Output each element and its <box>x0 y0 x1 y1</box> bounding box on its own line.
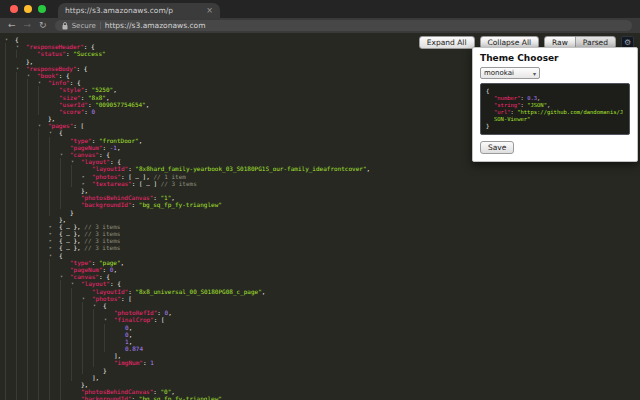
indent-guide <box>27 223 38 230</box>
json-string: "Success" <box>73 50 106 57</box>
json-key: "type" <box>70 137 92 144</box>
indent-guide <box>38 86 49 93</box>
collapse-toggle-icon[interactable]: ▾ <box>60 151 70 158</box>
json-punctuation: : { <box>110 158 121 165</box>
address-bar[interactable]: Secure https://s3.amazonaws.com <box>55 20 632 31</box>
json-line: "score": 0 <box>5 108 370 115</box>
collapse-toggle-icon[interactable]: ▸ <box>82 173 92 180</box>
collapse-toggle-icon[interactable]: ▾ <box>104 316 114 323</box>
collapse-toggle-icon[interactable]: ▸ <box>49 230 59 237</box>
indent-guide <box>60 194 71 201</box>
indent-guide <box>38 180 49 187</box>
indent-guide <box>27 316 38 323</box>
json-punctuation: { <box>15 36 19 43</box>
close-window-button[interactable] <box>10 5 18 13</box>
collapse-toggle-icon[interactable]: ▾ <box>16 65 26 72</box>
collapse-toggle-icon[interactable]: ▾ <box>49 252 59 259</box>
json-key: "info" <box>48 79 70 86</box>
json-punctuation: : <box>143 359 150 366</box>
collapse-toggle-icon[interactable]: ▸ <box>49 237 59 244</box>
indent-guide <box>27 129 38 136</box>
indent-guide <box>82 331 93 338</box>
indent-guide <box>60 295 71 302</box>
json-punctuation: }, <box>59 216 66 223</box>
indent-guide <box>49 144 60 151</box>
collapse-toggle-icon[interactable]: ▾ <box>82 295 92 302</box>
tab-title: https://s3.amazonaws.com/p <box>65 6 201 15</box>
tab-close-icon[interactable]: × <box>206 7 213 15</box>
json-key: "status" <box>37 50 66 57</box>
collapse-toggle-icon[interactable]: ▸ <box>49 223 59 230</box>
collapse-toggle-icon[interactable]: ▾ <box>60 273 70 280</box>
collapse-toggle-icon[interactable]: ▾ <box>38 122 48 129</box>
collapse-toggle-icon[interactable]: ▾ <box>38 79 48 86</box>
indent-guide <box>60 338 71 345</box>
expand-all-button[interactable]: Expand All <box>419 36 475 49</box>
json-comment: // 3 items <box>84 244 120 251</box>
json-key: "score" <box>59 108 84 115</box>
forward-icon[interactable]: → <box>24 21 32 30</box>
indent-guide <box>16 50 27 57</box>
indent-guide <box>5 173 16 180</box>
json-comment: // 1 item <box>153 173 186 180</box>
collapse-toggle-icon[interactable]: ▾ <box>5 36 15 43</box>
collapse-toggle-icon[interactable]: ▾ <box>16 43 26 50</box>
collapse-toggle-icon[interactable]: ▾ <box>93 302 103 309</box>
json-punctuation: }, <box>81 187 88 194</box>
indent-guide <box>71 345 82 352</box>
json-key: "layout" <box>81 280 110 287</box>
browser-tab[interactable]: https://s3.amazonaws.com/p × <box>58 3 220 18</box>
indent-guide <box>5 338 16 345</box>
collapse-toggle-icon[interactable]: ▾ <box>49 129 59 136</box>
preview-line: "number": 0.3, <box>486 95 624 102</box>
indent-guide <box>16 252 27 259</box>
indent-guide <box>5 237 16 244</box>
minimize-window-button[interactable] <box>24 5 32 13</box>
maximize-window-button[interactable] <box>38 5 46 13</box>
json-key: "layout" <box>81 158 110 165</box>
indent-guide <box>49 359 60 366</box>
indent-guide <box>27 165 38 172</box>
arrow-spacer <box>71 201 81 208</box>
json-punctuation: : <box>157 309 164 316</box>
tab-strip: https://s3.amazonaws.com/p × <box>0 0 640 18</box>
indent-guide <box>38 259 49 266</box>
indent-guide <box>5 359 16 366</box>
indent-guide <box>27 288 38 295</box>
arrow-spacer <box>71 388 81 395</box>
theme-select[interactable]: monokai ▾ <box>480 67 540 79</box>
indent-guide <box>93 345 104 352</box>
indent-guide <box>16 345 27 352</box>
collapse-toggle-icon[interactable]: ▸ <box>49 244 59 251</box>
json-punctuation: : <box>81 94 88 101</box>
save-button[interactable]: Save <box>480 141 514 154</box>
indent-guide <box>27 180 38 187</box>
indent-guide <box>38 252 49 259</box>
indent-guide <box>16 302 27 309</box>
arrow-spacer <box>60 209 70 216</box>
indent-guide <box>38 94 49 101</box>
indent-guide <box>82 338 93 345</box>
json-punctuation: , <box>139 137 143 144</box>
theme-preview-box: {"number": 0.3,"string": "JSON","url": "… <box>480 83 630 135</box>
indent-guide <box>5 244 16 251</box>
back-icon[interactable]: ← <box>8 21 16 30</box>
json-string: "8x8" <box>88 94 106 101</box>
indent-guide <box>49 316 60 323</box>
indent-guide <box>60 316 71 323</box>
json-line: }, <box>5 187 370 194</box>
indent-guide <box>60 352 71 359</box>
json-key: "layoutId" <box>92 288 128 295</box>
json-line: }, <box>5 115 370 122</box>
indent-guide <box>49 280 60 287</box>
indent-guide <box>16 388 27 395</box>
indent-guide <box>82 367 93 374</box>
collapse-toggle-icon[interactable]: ▾ <box>27 72 37 79</box>
collapse-toggle-icon[interactable]: ▾ <box>71 280 81 287</box>
reload-icon[interactable]: ↻ <box>39 21 47 30</box>
indent-guide <box>16 244 27 251</box>
indent-guide <box>27 122 38 129</box>
collapse-toggle-icon[interactable]: ▸ <box>82 180 92 187</box>
arrow-spacer <box>49 108 59 115</box>
collapse-toggle-icon[interactable]: ▾ <box>71 158 81 165</box>
